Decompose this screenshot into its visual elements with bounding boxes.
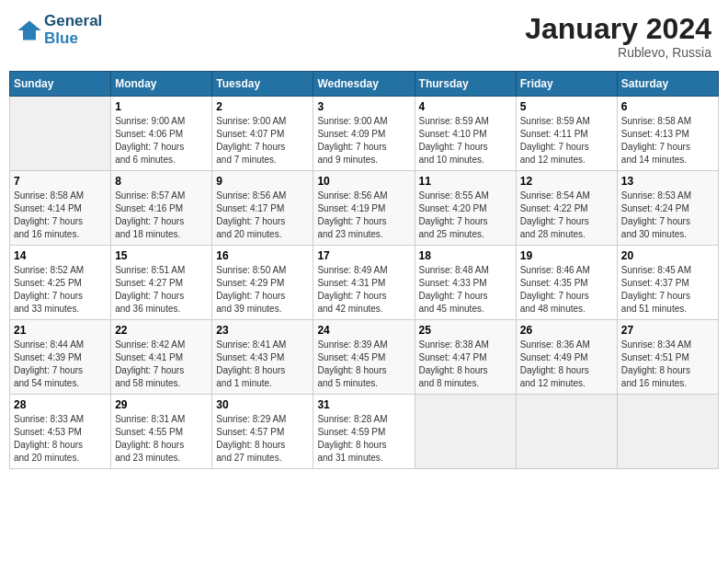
calendar-cell: 17Sunrise: 8:49 AMSunset: 4:31 PMDayligh… [313, 246, 415, 320]
day-info: Sunrise: 8:42 AMSunset: 4:41 PMDaylight:… [115, 339, 208, 390]
calendar-cell: 18Sunrise: 8:48 AMSunset: 4:33 PMDayligh… [415, 246, 516, 320]
calendar-cell: 5Sunrise: 8:59 AMSunset: 4:11 PMDaylight… [516, 97, 617, 171]
calendar-cell: 20Sunrise: 8:45 AMSunset: 4:37 PMDayligh… [617, 246, 718, 320]
calendar-cell: 15Sunrise: 8:51 AMSunset: 4:27 PMDayligh… [111, 246, 212, 320]
calendar-cell: 6Sunrise: 8:58 AMSunset: 4:13 PMDaylight… [617, 97, 718, 171]
day-number: 12 [520, 175, 613, 188]
day-info: Sunrise: 8:57 AMSunset: 4:16 PMDaylight:… [115, 190, 208, 241]
calendar-table: SundayMondayTuesdayWednesdayThursdayFrid… [9, 71, 719, 469]
day-number: 3 [317, 100, 410, 113]
day-info: Sunrise: 9:00 AMSunset: 4:06 PMDaylight:… [115, 115, 208, 167]
calendar-cell: 14Sunrise: 8:52 AMSunset: 4:25 PMDayligh… [10, 246, 111, 320]
day-number: 27 [621, 324, 714, 337]
day-info: Sunrise: 8:28 AMSunset: 4:59 PMDaylight:… [317, 413, 410, 465]
calendar-cell: 25Sunrise: 8:38 AMSunset: 4:47 PMDayligh… [415, 320, 516, 395]
weekday-header-row: SundayMondayTuesdayWednesdayThursdayFrid… [10, 72, 719, 97]
day-info: Sunrise: 8:29 AMSunset: 4:57 PMDaylight:… [216, 413, 309, 465]
day-info: Sunrise: 9:00 AMSunset: 4:09 PMDaylight:… [317, 115, 410, 167]
day-info: Sunrise: 8:34 AMSunset: 4:51 PMDaylight:… [621, 339, 714, 390]
day-info: Sunrise: 8:49 AMSunset: 4:31 PMDaylight:… [317, 264, 410, 316]
calendar-week-row: 28Sunrise: 8:33 AMSunset: 4:53 PMDayligh… [10, 395, 719, 469]
weekday-header-sunday: Sunday [10, 72, 111, 97]
day-info: Sunrise: 8:59 AMSunset: 4:10 PMDaylight:… [419, 115, 512, 167]
calendar-week-row: 14Sunrise: 8:52 AMSunset: 4:25 PMDayligh… [10, 246, 719, 320]
calendar-cell: 12Sunrise: 8:54 AMSunset: 4:22 PMDayligh… [516, 171, 617, 246]
location-subtitle: Rublevo, Russia [525, 45, 711, 60]
calendar-cell: 26Sunrise: 8:36 AMSunset: 4:49 PMDayligh… [516, 320, 617, 395]
day-info: Sunrise: 8:58 AMSunset: 4:14 PMDaylight:… [14, 190, 107, 241]
day-number: 14 [14, 249, 107, 262]
calendar-cell: 31Sunrise: 8:28 AMSunset: 4:59 PMDayligh… [313, 395, 415, 469]
day-info: Sunrise: 8:48 AMSunset: 4:33 PMDaylight:… [419, 264, 512, 316]
day-info: Sunrise: 8:56 AMSunset: 4:19 PMDaylight:… [317, 190, 410, 241]
day-number: 25 [419, 324, 512, 337]
calendar-cell: 1Sunrise: 9:00 AMSunset: 4:06 PMDaylight… [111, 97, 212, 171]
calendar-week-row: 1Sunrise: 9:00 AMSunset: 4:06 PMDaylight… [10, 97, 719, 171]
day-number: 30 [216, 398, 309, 411]
calendar-cell: 24Sunrise: 8:39 AMSunset: 4:45 PMDayligh… [313, 320, 415, 395]
calendar-cell: 30Sunrise: 8:29 AMSunset: 4:57 PMDayligh… [212, 395, 313, 469]
day-number: 23 [216, 324, 309, 337]
calendar-cell: 27Sunrise: 8:34 AMSunset: 4:51 PMDayligh… [617, 320, 718, 395]
calendar-cell: 8Sunrise: 8:57 AMSunset: 4:16 PMDaylight… [111, 171, 212, 246]
calendar-cell: 29Sunrise: 8:31 AMSunset: 4:55 PMDayligh… [111, 395, 212, 469]
logo-icon [17, 17, 42, 43]
weekday-header-tuesday: Tuesday [212, 72, 313, 97]
calendar-cell: 19Sunrise: 8:46 AMSunset: 4:35 PMDayligh… [516, 246, 617, 320]
day-info: Sunrise: 8:38 AMSunset: 4:47 PMDaylight:… [419, 339, 512, 390]
day-number: 4 [419, 100, 512, 113]
calendar-cell [10, 97, 111, 171]
day-info: Sunrise: 8:55 AMSunset: 4:20 PMDaylight:… [419, 190, 512, 241]
calendar-week-row: 7Sunrise: 8:58 AMSunset: 4:14 PMDaylight… [10, 171, 719, 246]
logo-text: General Blue [44, 13, 102, 47]
day-number: 9 [216, 175, 309, 188]
day-number: 1 [115, 100, 208, 113]
day-number: 11 [419, 175, 512, 188]
page-header: General Blue January 2024 Rublevo, Russi… [9, 9, 719, 63]
day-number: 22 [115, 324, 208, 337]
calendar-week-row: 21Sunrise: 8:44 AMSunset: 4:39 PMDayligh… [10, 320, 719, 395]
day-number: 24 [317, 324, 410, 337]
calendar-cell: 3Sunrise: 9:00 AMSunset: 4:09 PMDaylight… [313, 97, 415, 171]
day-info: Sunrise: 8:33 AMSunset: 4:53 PMDaylight:… [14, 413, 107, 465]
day-number: 18 [419, 249, 512, 262]
weekday-header-thursday: Thursday [415, 72, 516, 97]
day-number: 15 [115, 249, 208, 262]
day-number: 29 [115, 398, 208, 411]
calendar-cell: 23Sunrise: 8:41 AMSunset: 4:43 PMDayligh… [212, 320, 313, 395]
day-number: 6 [621, 100, 714, 113]
logo: General Blue [17, 13, 102, 47]
day-info: Sunrise: 8:51 AMSunset: 4:27 PMDaylight:… [115, 264, 208, 316]
weekday-header-wednesday: Wednesday [313, 72, 415, 97]
day-number: 21 [14, 324, 107, 337]
weekday-header-monday: Monday [111, 72, 212, 97]
day-info: Sunrise: 8:31 AMSunset: 4:55 PMDaylight:… [115, 413, 208, 465]
day-number: 7 [14, 175, 107, 188]
day-number: 8 [115, 175, 208, 188]
calendar-cell: 13Sunrise: 8:53 AMSunset: 4:24 PMDayligh… [617, 171, 718, 246]
month-title: January 2024 [525, 13, 711, 45]
calendar-cell: 11Sunrise: 8:55 AMSunset: 4:20 PMDayligh… [415, 171, 516, 246]
day-number: 19 [520, 249, 613, 262]
calendar-cell: 10Sunrise: 8:56 AMSunset: 4:19 PMDayligh… [313, 171, 415, 246]
day-info: Sunrise: 8:50 AMSunset: 4:29 PMDaylight:… [216, 264, 309, 316]
calendar-cell [415, 395, 516, 469]
day-info: Sunrise: 8:39 AMSunset: 4:45 PMDaylight:… [317, 339, 410, 390]
day-info: Sunrise: 8:44 AMSunset: 4:39 PMDaylight:… [14, 339, 107, 390]
day-number: 28 [14, 398, 107, 411]
day-info: Sunrise: 8:54 AMSunset: 4:22 PMDaylight:… [520, 190, 613, 241]
day-number: 10 [317, 175, 410, 188]
day-number: 31 [317, 398, 410, 411]
day-number: 26 [520, 324, 613, 337]
day-number: 2 [216, 100, 309, 113]
calendar-cell: 22Sunrise: 8:42 AMSunset: 4:41 PMDayligh… [111, 320, 212, 395]
calendar-cell: 28Sunrise: 8:33 AMSunset: 4:53 PMDayligh… [10, 395, 111, 469]
calendar-cell [617, 395, 718, 469]
weekday-header-friday: Friday [516, 72, 617, 97]
svg-marker-0 [17, 20, 40, 40]
day-info: Sunrise: 8:52 AMSunset: 4:25 PMDaylight:… [14, 264, 107, 316]
day-info: Sunrise: 8:45 AMSunset: 4:37 PMDaylight:… [621, 264, 714, 316]
calendar-cell: 4Sunrise: 8:59 AMSunset: 4:10 PMDaylight… [415, 97, 516, 171]
day-info: Sunrise: 8:46 AMSunset: 4:35 PMDaylight:… [520, 264, 613, 316]
day-info: Sunrise: 8:36 AMSunset: 4:49 PMDaylight:… [520, 339, 613, 390]
